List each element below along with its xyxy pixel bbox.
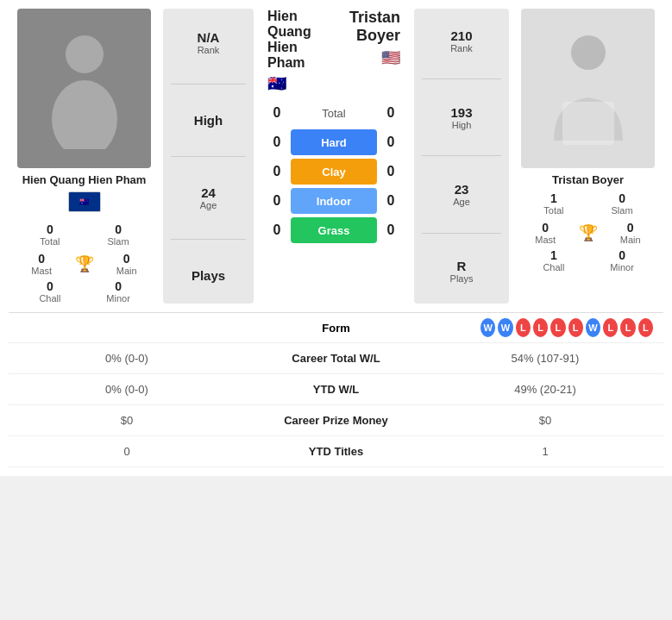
score-grass-row: 0 Grass 0 — [261, 217, 407, 243]
player1-trophy-icon: 🏆 — [75, 254, 94, 273]
player2-main-label: Main — [620, 235, 641, 245]
mid-rank-val: N/A — [198, 30, 220, 45]
player1-total-val: 0 — [47, 222, 53, 236]
hard-btn[interactable]: Hard — [291, 129, 377, 155]
player2-card: Tristan Boyer 1 Total 0 Slam 0 Mast 🏆 — [512, 9, 663, 304]
form-badge-5: L — [568, 318, 583, 337]
form-badge-2: L — [516, 318, 531, 337]
form-badge-7: L — [603, 318, 618, 337]
score-section: Hien Quang Hien Pham 🇦🇺 Tristan Boyer 🇺🇸 — [257, 9, 411, 304]
player1-main-label: Main — [116, 266, 137, 276]
form-badge-0: W — [480, 318, 495, 337]
form-badge-8: L — [620, 318, 635, 337]
player1-slam-label: Slam — [108, 236, 129, 247]
player1-main-val: 0 — [123, 252, 130, 266]
total-btn: Total — [291, 100, 377, 126]
player2-mast-label: Mast — [535, 235, 556, 245]
right-plays-label: Plays — [450, 273, 474, 284]
score-total-row: 0 Total 0 — [261, 100, 407, 126]
mid-divider1 — [171, 84, 246, 85]
indoor-btn[interactable]: Indoor — [291, 188, 377, 214]
score-total-right: 0 — [382, 105, 399, 121]
form-badge-4: L — [550, 318, 565, 337]
right-divider1 — [422, 78, 501, 79]
player1-mast-pair: 0 Mast — [12, 252, 72, 276]
player2-total-pair: 1 Total — [521, 191, 586, 216]
player2-chall-label: Chall — [543, 262, 564, 272]
stat-row-1: 0% (0-0) YTD W/L 49% (20-21) — [9, 374, 663, 405]
player1-mast-label: Mast — [31, 266, 52, 276]
right-panel: 210 Rank 193 High 23 Age R Plays — [414, 9, 509, 304]
player2-mast-val: 0 — [542, 221, 549, 235]
player1-flag-row: 🇦🇺 — [68, 191, 101, 212]
right-high-val: 193 — [450, 105, 472, 120]
score-hard-row: 0 Hard 0 — [261, 129, 407, 155]
score-rows: 0 Total 0 0 Hard 0 0 — [261, 100, 407, 243]
mid-high: High — [166, 113, 250, 128]
form-badge-1: W — [498, 318, 512, 337]
form-badge-6: W — [586, 318, 600, 337]
player1-name: Hien Quang Hien Pham — [22, 173, 147, 186]
mid-divider3 — [171, 239, 246, 240]
clay-btn[interactable]: Clay — [291, 159, 377, 185]
mid-age: 24 Age — [166, 185, 250, 210]
svg-point-0 — [66, 35, 104, 73]
player1-total-label: Total — [40, 236, 60, 247]
player1-minor-pair: 0 Minor — [86, 279, 151, 304]
player2-chall-pair: 1 Chall — [521, 248, 586, 272]
mid-age-val: 24 — [201, 185, 216, 200]
player2-total-label: Total — [543, 205, 563, 216]
middle-panel: N/A Rank High 24 Age Plays — [163, 9, 254, 304]
player2-name-top: Tristan Boyer 🇺🇸 — [334, 9, 400, 67]
stat-row-0: 0% (0-0) Career Total W/L 54% (107-91) — [9, 343, 663, 374]
stat-right-0: 54% (107-91) — [437, 352, 653, 365]
player1-slam-val: 0 — [115, 222, 122, 236]
right-high: 193 High — [418, 105, 506, 130]
player2-chall-val: 1 — [550, 248, 557, 262]
stat-right-2: $0 — [437, 414, 653, 427]
score-indoor-row: 0 Indoor 0 — [261, 188, 407, 214]
score-indoor-right: 0 — [382, 193, 399, 209]
player1-chall-pair: 0 Chall — [17, 279, 82, 304]
score-clay-right: 0 — [382, 164, 399, 179]
right-rank: 210 Rank — [418, 28, 506, 53]
form-badge-9: L — [638, 318, 653, 337]
player2-slam-val: 0 — [619, 191, 625, 205]
player1-minor-label: Minor — [106, 293, 130, 304]
grass-btn[interactable]: Grass — [291, 217, 377, 243]
player2-main-val: 0 — [627, 221, 634, 235]
player2-trophy-icon: 🏆 — [579, 223, 598, 242]
player1-total-pair: 0 Total — [17, 222, 82, 247]
player1-flag: 🇦🇺 — [68, 191, 101, 212]
right-high-label: High — [452, 120, 472, 130]
player2-name-display: Tristan Boyer — [334, 9, 400, 45]
player2-photo — [521, 9, 655, 168]
form-row: Form WWLLLLWLLL — [9, 313, 663, 343]
score-indoor-left: 0 — [268, 193, 286, 209]
right-plays-val: R — [457, 259, 467, 273]
svg-rect-3 — [562, 102, 614, 145]
player1-photo — [17, 9, 151, 168]
right-rank-label: Rank — [450, 43, 473, 53]
player1-slam-pair: 0 Slam — [86, 222, 151, 247]
right-age: 23 Age — [418, 182, 506, 207]
score-total-left: 0 — [268, 105, 286, 121]
player2-minor-label: Minor — [610, 262, 634, 272]
form-badge-3: L — [533, 318, 548, 337]
player2-minor-pair: 0 Minor — [590, 248, 655, 272]
mid-divider2 — [171, 156, 246, 157]
player2-slam-pair: 0 Slam — [590, 191, 655, 216]
player2-main-pair: 0 Main — [601, 221, 661, 245]
score-grass-right: 0 — [382, 222, 399, 238]
player1-main-pair: 0 Main — [97, 252, 157, 276]
player1-flag-top: 🇦🇺 — [267, 74, 334, 93]
mid-plays-val: Plays — [192, 268, 225, 283]
svg-point-2 — [571, 35, 606, 70]
right-plays: R Plays — [418, 259, 506, 284]
mid-high-val: High — [194, 113, 223, 128]
player1-chall-label: Chall — [39, 293, 60, 304]
stat-right-3: 1 — [437, 445, 653, 458]
bottom-section: Form WWLLLLWLLL 0% (0-0) Career Total W/… — [9, 312, 663, 467]
player1-minor-val: 0 — [115, 279, 122, 293]
score-hard-left: 0 — [268, 135, 286, 150]
